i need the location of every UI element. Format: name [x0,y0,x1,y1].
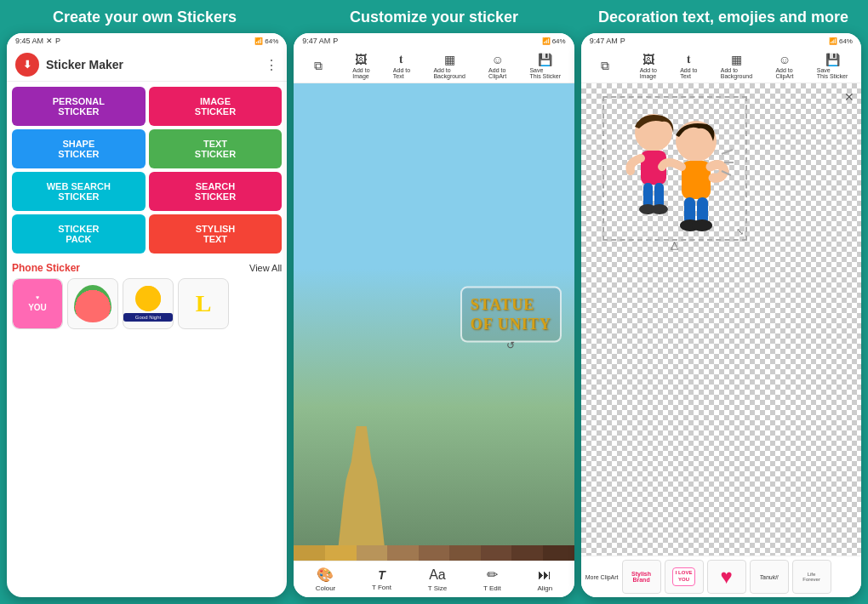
section-header-customize: Customize your sticker [289,9,579,26]
watermelon-icon [74,285,111,322]
save-sticker-btn-2[interactable]: 💾 SaveThis Sticker [529,53,561,79]
canvas-3: ✕ [581,83,861,556]
t-edit-tool[interactable]: ✏ T Edit [483,567,501,592]
add-to-bg-btn-2[interactable]: ▦ Add toBackground [433,53,465,79]
goodnight-sticker-thumb[interactable]: Good Night [123,278,174,329]
text-icon-3: 𝐭 [687,52,691,66]
swatch-2[interactable] [325,545,357,561]
battery-2: 64% [552,37,566,45]
canvas-2: STATUE OF UNITY ↺ [294,83,574,545]
status-right-3: 📶 64% [829,37,853,45]
stylish-text-btn[interactable]: STYLISHTEXT [149,214,283,254]
status-bar-3: 9:47 AM P 📶 64% [581,33,861,48]
search-sticker-btn[interactable]: SEARCHSTICKER [149,172,283,211]
rotate-handle-3[interactable]: △ [671,239,678,251]
text-sticker-btn[interactable]: TEXTSTICKER [149,129,283,168]
status-bar-2: 9:47 AM P 📶 64% [294,33,574,48]
love-you-clipart: I LOVEYOU [672,567,696,586]
top-action-bar-3: ⧉ 🖼 Add toImage 𝐭 Add toText ▦ Add toBac… [581,48,861,83]
x-icon: ✕ [46,37,53,45]
time-2: 9:47 AM [302,37,330,45]
moon-icon [135,286,161,311]
yellow-l-icon: L [196,292,212,316]
bg-icon-2: ▦ [444,53,455,66]
phone-stickers-header: Phone Sticker View All [12,262,282,274]
status-right-2: 📶 64% [542,37,566,45]
menu-dots-1[interactable]: ⋮ [265,57,278,73]
close-sticker-btn[interactable]: ✕ [844,90,854,104]
add-to-text-btn-3[interactable]: 𝐭 Add toText [680,52,697,79]
swatch-7[interactable] [481,545,512,561]
align-tool[interactable]: ⏭ Align [537,567,552,592]
app-toolbar-1: ⬇ Sticker Maker ⋮ [7,48,287,82]
t-size-tool[interactable]: Aa T Size [428,567,448,592]
watermelon-sticker-thumb[interactable] [67,278,118,329]
phone-2: 9:47 AM P 📶 64% ⧉ 🖼 Add toImage 𝐭 Add to… [294,33,574,597]
color-bar-2 [294,545,574,561]
image-sticker-btn[interactable]: IMAGESTICKER [149,87,283,126]
bottom-clipart-bar: More ClipArt StylishBrand I LOVEYOU ♥ Ta… [581,556,861,597]
phones-row: 9:45 AM ✕ P 📶 64% ⬇ Sticker Maker ⋮ PERS… [0,33,868,604]
battery-1: 64% [265,37,278,45]
align-icon: ⏭ [538,567,551,583]
save-sticker-btn-3[interactable]: 💾 SaveThis Sticker [817,53,848,79]
more-clipart-label[interactable]: More ClipArt [585,574,619,580]
rotate-handle-2[interactable]: ↺ [506,339,515,351]
statue-silhouette [336,426,387,545]
swatch-5[interactable] [419,545,450,561]
add-to-image-btn-3[interactable]: 🖼 Add toImage [640,53,657,79]
cartoon-sticker-box[interactable]: ⤡ △ [602,96,747,241]
clipart-thumb-heart[interactable]: ♥ [707,560,746,594]
image-icon-2: 🖼 [355,53,367,66]
swatch-1[interactable] [294,545,325,561]
add-to-bg-btn-3[interactable]: ▦ Add toBackground [721,53,752,79]
swatch-6[interactable] [449,545,481,561]
sticker-pack-btn[interactable]: STICKERPACK [12,214,146,254]
phone-3: 9:47 AM P 📶 64% ⧉ 🖼 Add toImage 𝐭 Add to… [581,33,861,597]
layers-icon-2[interactable]: ⧉ [307,56,329,76]
svg-line-12 [722,150,733,154]
view-all-link[interactable]: View All [249,263,282,273]
add-to-image-btn-2[interactable]: 🖼 Add toImage [352,53,369,79]
resize-handle[interactable]: ⤡ [736,226,744,237]
swatch-9[interactable] [543,545,574,561]
swatch-4[interactable] [387,545,419,561]
cartoon-svg [615,103,734,235]
svg-point-5 [651,204,668,214]
text-sticker-overlay[interactable]: STATUE OF UNITY ↺ [460,286,562,343]
signal-icon-3: 📶 [829,37,837,45]
clipart-thumb-iloveyou[interactable]: I LOVEYOU [665,560,704,594]
tfont-icon: T [378,568,385,582]
clipart-icon-3: ☺ [779,53,791,66]
status-left-2: 9:47 AM P [302,37,338,45]
sticker-thumbnails: ♥ YOU Good Night L [12,278,282,329]
sticker-text-line2: OF UNITY [471,315,551,334]
t-font-tool[interactable]: T T Font [372,568,391,591]
phone-stickers-title: Phone Sticker [12,262,80,274]
clipart-thumb-life[interactable]: LifeForever [792,560,831,594]
swatch-8[interactable] [511,545,543,561]
shape-sticker-btn[interactable]: SHAPESTICKER [12,129,146,168]
layers-icon-3[interactable]: ⧉ [594,56,616,76]
colour-tool[interactable]: 🎨 Colour [316,567,336,592]
signal-icon-2: 📶 [542,37,551,45]
save-icon-3: 💾 [825,53,840,66]
personal-sticker-btn[interactable]: PERSONALSTICKER [12,87,146,126]
clipart-thumb-tanuki[interactable]: Tanuki! [750,560,789,594]
goodnight-text: Good Night [123,313,173,322]
yellow-l-sticker-thumb[interactable]: L [178,278,229,329]
heart-clipart-icon: ♥ [720,565,732,589]
p-icon-3: P [620,37,625,45]
add-to-clipart-btn-3[interactable]: ☺ Add toClipArt [775,53,793,79]
clipart-thumb-brand[interactable]: StylishBrand [622,560,661,594]
you-sticker-thumb[interactable]: ♥ YOU [12,278,63,329]
time-3: 9:47 AM [590,37,618,45]
swatch-3[interactable] [357,545,388,561]
image-icon-3: 🖼 [642,53,654,66]
web-search-sticker-btn[interactable]: WEB SEARCHSTICKER [12,172,146,211]
you-sticker: ♥ YOU [13,279,62,328]
add-to-text-btn-2[interactable]: 𝐭 Add toText [393,52,410,79]
add-to-clipart-btn-2[interactable]: ☺ Add toClipArt [488,53,506,79]
status-right-1: 📶 64% [254,37,278,45]
heart-icon: ♥ [36,293,39,302]
